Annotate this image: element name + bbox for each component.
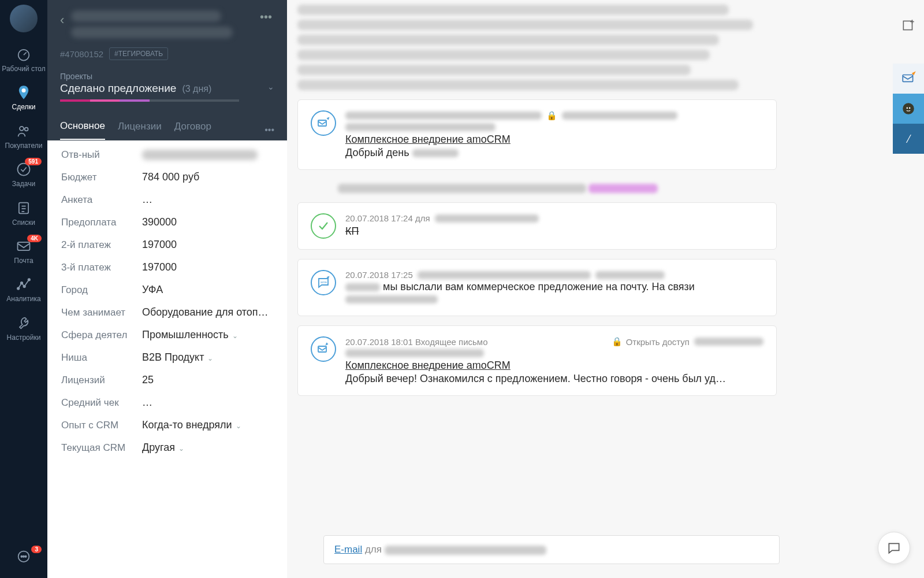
svg-point-13	[23, 556, 24, 557]
tabs-more-button[interactable]: •••	[264, 125, 274, 135]
lock-icon: 🔒	[612, 336, 623, 347]
svg-point-20	[903, 103, 914, 114]
field-crmexp[interactable]: Опыт с CRMКогда-то внедряли⌄	[47, 414, 287, 436]
compose-mode[interactable]: E-mail	[334, 544, 362, 555]
feed-card-sms[interactable]: sms 20.07.2018 17:25 мы выслали вам комм…	[297, 259, 777, 316]
nav-analytics[interactable]: Аналитика	[0, 269, 47, 307]
svg-rect-17	[318, 346, 326, 352]
svg-rect-15	[318, 120, 326, 126]
card-meta: 20.07.2018 18:01 Входящее письмо 🔒Открыт…	[345, 336, 763, 347]
field-prepay[interactable]: Предоплата390000	[47, 211, 287, 234]
field-sphere[interactable]: Сфера деятелПромышленность⌄	[47, 324, 287, 346]
tab-licenses[interactable]: Лицензии	[118, 121, 162, 139]
email-snippet: Добрый день	[345, 147, 763, 159]
deal-title	[71, 10, 258, 43]
nav-settings[interactable]: Настройки	[0, 308, 47, 346]
feed-line	[297, 35, 719, 45]
nav-label: Сделки	[12, 103, 36, 111]
svg-point-22	[909, 108, 911, 109]
field-responsible[interactable]: Отв-ный	[47, 144, 287, 166]
stage-name: Сделано предложение	[60, 82, 176, 95]
buyers-icon	[16, 123, 32, 139]
field-curcrm[interactable]: Текущая CRMДругая⌄	[47, 436, 287, 459]
svg-point-1	[22, 88, 26, 92]
activity-feed: 🔒 Комплексное внедрение amoCRM Добрый де…	[287, 0, 924, 578]
deal-fields: Отв-ный Бюджет784 000 руб Анкета… Предоп…	[47, 140, 287, 578]
field-niche[interactable]: НишаB2B Продукт⌄	[47, 346, 287, 369]
deal-tabs: Основное Лицензии Договор •••	[47, 110, 287, 140]
pipeline-label: Проекты	[60, 72, 274, 81]
field-pay3[interactable]: 3-й платеж197000	[47, 256, 287, 279]
nav-label: Списки	[12, 218, 35, 227]
badge: 4K	[27, 235, 42, 242]
field-anketa[interactable]: Анкета…	[47, 188, 287, 211]
feed-line	[297, 80, 739, 90]
field-avgcheck[interactable]: Средний чек…	[47, 391, 287, 414]
svg-point-0	[18, 50, 29, 61]
feed-line	[297, 50, 710, 60]
nav-lists[interactable]: Списки	[0, 193, 47, 231]
field-budget[interactable]: Бюджет784 000 руб	[47, 166, 287, 188]
widget-mailchimp[interactable]	[893, 94, 924, 124]
feed-line	[297, 5, 729, 15]
settings-icon	[16, 315, 32, 331]
nav-label: Настройки	[7, 334, 41, 342]
deal-name-line2	[71, 27, 233, 38]
svg-point-2	[20, 127, 24, 131]
email-subject: Комплексное внедрение amoCRM	[345, 360, 763, 372]
chat-icon	[16, 549, 32, 565]
list-icon	[16, 200, 32, 216]
email-snippet: Добрый вечер! Ознакомился с предложением…	[345, 373, 763, 385]
feed-card-email-in[interactable]: 20.07.2018 18:01 Входящее письмо 🔒Открыт…	[297, 325, 777, 396]
chevron-down-icon: ⌄	[178, 444, 184, 453]
chevron-down-icon: ⌄	[207, 354, 213, 362]
compose-bar[interactable]: E-mail для	[323, 535, 780, 564]
avatar[interactable]	[10, 5, 38, 32]
task-title: КП	[345, 225, 763, 238]
tab-contract[interactable]: Договор	[174, 121, 211, 139]
feed-card-email-out[interactable]: 🔒 Комплексное внедрение amoCRM Добрый де…	[297, 99, 777, 170]
svg-rect-6	[18, 242, 30, 250]
chat-fab[interactable]	[878, 532, 910, 564]
email-subject: Комплексное внедрение amoCRM	[345, 134, 763, 146]
widget-slash[interactable]: /	[893, 124, 924, 154]
back-button[interactable]: ‹	[60, 13, 64, 28]
mail-in-icon	[311, 336, 336, 362]
nav-deals[interactable]: Сделки	[0, 77, 47, 116]
feed-line	[297, 20, 753, 30]
field-activity[interactable]: Чем занимаетОборудование для отоп…	[47, 301, 287, 324]
chevron-down-icon[interactable]: ⌄	[267, 82, 274, 91]
badge: 591	[25, 158, 42, 165]
nav-tasks[interactable]: 591 Задачи	[0, 154, 47, 192]
deal-id: #47080152	[60, 49, 103, 59]
feed-card-task[interactable]: 20.07.2018 17:24 для КП	[297, 202, 777, 250]
svg-point-10	[28, 279, 31, 281]
svg-text:sms: sms	[321, 280, 327, 284]
nav-label: Рабочий стол	[2, 65, 45, 73]
tag-button[interactable]: #ТЕГИРОВАТЬ	[109, 47, 168, 60]
tab-main[interactable]: Основное	[60, 120, 105, 140]
stage-days: (3 дня)	[182, 84, 211, 94]
feed-line	[297, 179, 777, 193]
check-icon	[311, 213, 336, 239]
new-note-button[interactable]	[893, 10, 924, 40]
right-rail: /	[893, 0, 924, 578]
field-pay2[interactable]: 2-й платеж197000	[47, 234, 287, 256]
svg-rect-18	[903, 21, 912, 29]
svg-point-9	[23, 286, 25, 288]
svg-point-14	[25, 556, 26, 557]
pipeline-stage[interactable]: Проекты Сделано предложение (3 дня) ⌄	[60, 72, 274, 102]
svg-point-12	[21, 556, 22, 557]
nav-desktop[interactable]: Рабочий стол	[0, 39, 47, 77]
open-access-button[interactable]: Открыть доступ	[626, 337, 690, 347]
svg-point-21	[907, 108, 908, 109]
sms-icon: sms	[311, 270, 336, 295]
field-licenses[interactable]: Лицензий25	[47, 369, 287, 391]
nav-chat[interactable]: 3	[0, 542, 47, 578]
nav-mail[interactable]: 4K Почта	[0, 231, 47, 269]
more-button[interactable]: •••	[258, 10, 274, 24]
card-meta: 🔒	[345, 110, 763, 121]
field-city[interactable]: ГородУФА	[47, 279, 287, 301]
widget-send[interactable]	[893, 64, 924, 94]
nav-buyers[interactable]: Покупатели	[0, 116, 47, 154]
